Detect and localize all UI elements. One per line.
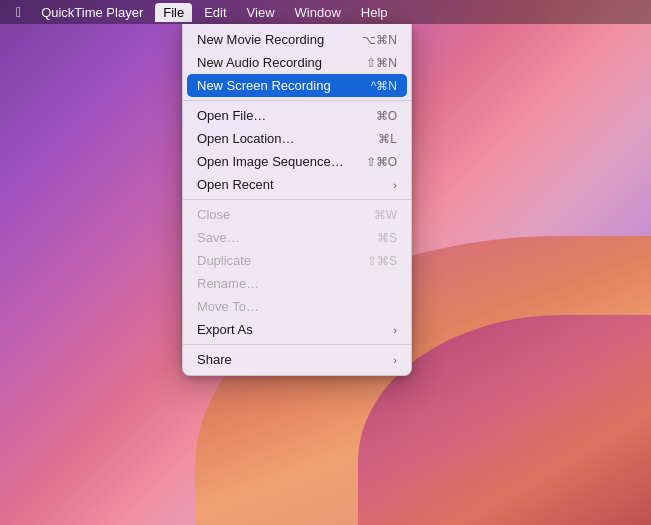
menu-item-open-location[interactable]: Open Location… ⌘L: [183, 127, 411, 150]
menu-item-label: Duplicate: [197, 253, 251, 268]
separator-2: [183, 199, 411, 200]
menu-item-label: Save…: [197, 230, 240, 245]
submenu-arrow-icon: ›: [393, 324, 397, 336]
menu-item-share[interactable]: Share ›: [183, 348, 411, 371]
menu-item-shortcut: ⌘S: [377, 231, 397, 245]
menu-item-label: Close: [197, 207, 230, 222]
menu-item-shortcut: ⇧⌘N: [366, 56, 397, 70]
menu-item-export-as[interactable]: Export As ›: [183, 318, 411, 341]
menu-item-shortcut: ⇧⌘S: [367, 254, 397, 268]
menubar-help[interactable]: Help: [353, 3, 396, 22]
menu-item-label: New Movie Recording: [197, 32, 324, 47]
menu-item-new-screen-recording[interactable]: New Screen Recording ^⌘N: [187, 74, 407, 97]
menubar:  QuickTime Player File Edit View Window…: [0, 0, 651, 24]
submenu-arrow-icon: ›: [393, 354, 397, 366]
menu-item-shortcut: ^⌘N: [371, 79, 397, 93]
menu-item-shortcut: ⌘L: [378, 132, 397, 146]
menu-item-new-audio-recording[interactable]: New Audio Recording ⇧⌘N: [183, 51, 411, 74]
menu-item-label: Share: [197, 352, 232, 367]
submenu-arrow-icon: ›: [393, 179, 397, 191]
menubar-window[interactable]: Window: [287, 3, 349, 22]
menu-item-label: Open Location…: [197, 131, 295, 146]
menu-item-duplicate[interactable]: Duplicate ⇧⌘S: [183, 249, 411, 272]
file-dropdown-menu: New Movie Recording ⌥⌘N New Audio Record…: [182, 24, 412, 376]
separator-1: [183, 100, 411, 101]
menu-item-open-file[interactable]: Open File… ⌘O: [183, 104, 411, 127]
menubar-edit[interactable]: Edit: [196, 3, 234, 22]
menu-item-label: Move To…: [197, 299, 259, 314]
menubar-quicktime[interactable]: QuickTime Player: [33, 3, 151, 22]
menu-item-label: Export As: [197, 322, 253, 337]
menubar-file[interactable]: File: [155, 3, 192, 22]
menu-item-label: Open Recent: [197, 177, 274, 192]
menu-item-label: Rename…: [197, 276, 259, 291]
menu-item-label: New Screen Recording: [197, 78, 331, 93]
menu-item-open-recent[interactable]: Open Recent ›: [183, 173, 411, 196]
menu-item-shortcut: ⇧⌘O: [366, 155, 397, 169]
menu-item-move-to[interactable]: Move To…: [183, 295, 411, 318]
menu-item-shortcut: ⌘O: [376, 109, 397, 123]
desktop:  QuickTime Player File Edit View Window…: [0, 0, 651, 525]
separator-3: [183, 344, 411, 345]
apple-menu[interactable]: : [8, 2, 29, 22]
menu-item-label: New Audio Recording: [197, 55, 322, 70]
menu-item-rename[interactable]: Rename…: [183, 272, 411, 295]
menu-item-shortcut: ⌥⌘N: [362, 33, 397, 47]
menu-item-new-movie-recording[interactable]: New Movie Recording ⌥⌘N: [183, 28, 411, 51]
menu-item-open-image-sequence[interactable]: Open Image Sequence… ⇧⌘O: [183, 150, 411, 173]
menubar-view[interactable]: View: [239, 3, 283, 22]
menu-item-shortcut: ⌘W: [374, 208, 397, 222]
menu-item-label: Open File…: [197, 108, 266, 123]
menu-item-close[interactable]: Close ⌘W: [183, 203, 411, 226]
menu-item-label: Open Image Sequence…: [197, 154, 344, 169]
menu-item-save[interactable]: Save… ⌘S: [183, 226, 411, 249]
